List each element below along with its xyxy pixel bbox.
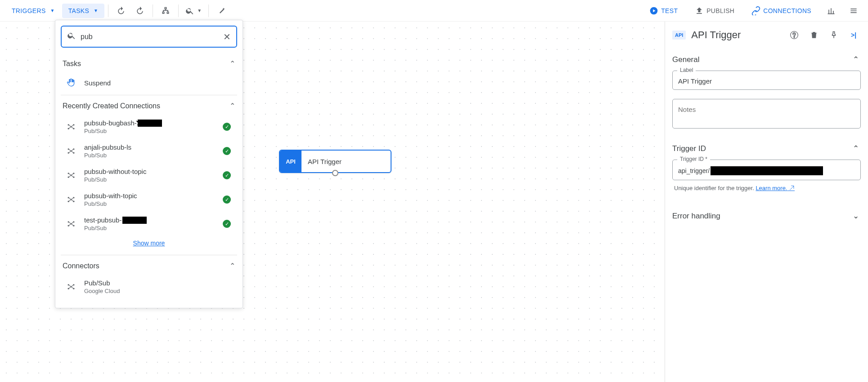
connection-item[interactable]: pubsub-without-topic Pub/Sub ✓ bbox=[55, 163, 243, 187]
trash-icon bbox=[810, 31, 819, 40]
publish-button[interactable]: PUBLISH bbox=[688, 3, 741, 19]
svg-point-21 bbox=[68, 221, 69, 222]
pubsub-icon bbox=[65, 218, 77, 230]
tasks-section-title: Tasks bbox=[63, 60, 81, 68]
svg-point-8 bbox=[68, 152, 69, 154]
undo-button[interactable] bbox=[112, 2, 130, 20]
help-button[interactable] bbox=[787, 28, 801, 42]
node-label: API Trigger bbox=[301, 158, 342, 165]
divider bbox=[61, 95, 237, 95]
caret-down-icon: ▼ bbox=[50, 8, 55, 13]
undo-icon bbox=[117, 6, 126, 15]
connection-sub: Pub/Sub bbox=[84, 176, 216, 183]
connection-item[interactable]: test-pubsub- Pub/Sub ✓ bbox=[55, 212, 243, 236]
delete-button[interactable] bbox=[807, 28, 821, 42]
pubsub-icon bbox=[65, 281, 77, 293]
svg-point-11 bbox=[68, 173, 69, 174]
connections-label: CONNECTIONS bbox=[763, 7, 811, 14]
chevron-up-icon: ⌃ bbox=[229, 262, 235, 270]
notes-input[interactable] bbox=[678, 106, 855, 121]
trigger-id-field[interactable]: Trigger ID * api_trigger/ bbox=[672, 160, 861, 180]
svg-point-29 bbox=[73, 288, 74, 289]
clear-search-button[interactable]: ✕ bbox=[223, 31, 231, 42]
connection-item[interactable]: pubsub-with-topic Pub/Sub ✓ bbox=[55, 187, 243, 212]
triggers-dropdown[interactable]: TRIGGERS ▼ bbox=[5, 4, 61, 18]
svg-point-24 bbox=[73, 225, 74, 227]
connector-sub: Google Cloud bbox=[84, 288, 235, 294]
svg-point-17 bbox=[73, 197, 74, 198]
pubsub-icon bbox=[65, 121, 77, 133]
connection-sub: Pub/Sub bbox=[84, 128, 216, 134]
api-trigger-node[interactable]: API API Trigger bbox=[279, 150, 391, 173]
menu-button[interactable] bbox=[845, 2, 863, 20]
external-link-icon: 🡥 bbox=[789, 185, 795, 191]
test-button[interactable]: TEST bbox=[643, 3, 684, 19]
node-badge: API bbox=[280, 151, 301, 172]
status-ok-icon: ✓ bbox=[223, 123, 231, 131]
recent-connections-title: Recently Created Connections bbox=[63, 102, 160, 110]
divider bbox=[61, 255, 237, 255]
connection-sub: Pub/Sub bbox=[84, 225, 216, 231]
triggers-label: TRIGGERS bbox=[12, 7, 46, 14]
collapse-button[interactable]: >| bbox=[846, 28, 861, 42]
connection-item[interactable]: pubsub-bugbash- Pub/Sub ✓ bbox=[55, 115, 243, 139]
zoom-icon bbox=[185, 6, 194, 15]
pubsub-icon bbox=[65, 194, 77, 205]
chart-button[interactable] bbox=[822, 2, 840, 20]
svg-point-19 bbox=[73, 201, 74, 202]
redo-button[interactable] bbox=[131, 2, 149, 20]
connection-name: pubsub-bugbash- bbox=[84, 119, 137, 127]
pin-button[interactable] bbox=[827, 28, 841, 42]
upload-icon bbox=[695, 6, 704, 15]
notes-field[interactable] bbox=[672, 99, 861, 129]
connection-item[interactable]: anjali-pubsub-ls Pub/Sub ✓ bbox=[55, 139, 243, 163]
svg-point-5 bbox=[70, 150, 72, 151]
svg-point-16 bbox=[68, 197, 69, 198]
layout-button[interactable] bbox=[157, 2, 175, 20]
tasks-section-header[interactable]: Tasks ⌃ bbox=[55, 55, 243, 72]
zoom-dropdown[interactable]: ▼ bbox=[182, 2, 205, 20]
play-circle-icon bbox=[649, 6, 658, 15]
error-handling-section-header[interactable]: Error handling ⌄ bbox=[672, 205, 861, 227]
show-more-link[interactable]: Show more bbox=[133, 240, 165, 247]
magic-button[interactable] bbox=[212, 2, 230, 20]
search-field[interactable]: ✕ bbox=[61, 26, 237, 48]
sidebar-title: API Trigger bbox=[691, 29, 782, 41]
learn-more-link[interactable]: Learn more. 🡥 bbox=[756, 185, 795, 191]
label-input[interactable] bbox=[678, 77, 855, 85]
connectors-section-header[interactable]: Connectors ⌃ bbox=[55, 257, 243, 275]
connections-button[interactable]: CONNECTIONS bbox=[745, 3, 818, 19]
separator bbox=[108, 4, 108, 17]
pin-icon bbox=[829, 31, 838, 40]
node-output-port[interactable] bbox=[332, 170, 338, 176]
connection-sub: Pub/Sub bbox=[84, 200, 216, 207]
svg-point-15 bbox=[70, 199, 72, 200]
svg-point-6 bbox=[68, 148, 69, 150]
chevron-up-icon: ⌃ bbox=[229, 59, 235, 68]
search-input[interactable] bbox=[81, 33, 219, 41]
tasks-dropdown[interactable]: TASKS ▼ bbox=[62, 4, 105, 18]
general-section-header[interactable]: General ⌃ bbox=[672, 49, 861, 71]
svg-point-22 bbox=[73, 221, 74, 222]
svg-point-27 bbox=[73, 284, 74, 285]
caret-down-icon: ▼ bbox=[94, 8, 98, 13]
separator bbox=[153, 4, 153, 17]
connection-name: test-pubsub- bbox=[84, 216, 121, 224]
label-field-label: Label bbox=[677, 67, 696, 73]
sidebar-badge: API bbox=[672, 31, 686, 40]
task-item-suspend[interactable]: Suspend bbox=[55, 72, 243, 93]
chevron-down-icon: ⌄ bbox=[853, 211, 859, 221]
label-field[interactable]: Label bbox=[672, 71, 861, 90]
chart-icon bbox=[827, 6, 836, 15]
svg-point-0 bbox=[70, 126, 72, 127]
recent-connections-header[interactable]: Recently Created Connections ⌃ bbox=[55, 97, 243, 115]
tasks-label: TASKS bbox=[68, 7, 89, 14]
svg-point-23 bbox=[68, 225, 69, 227]
redacted bbox=[711, 166, 823, 175]
test-label: TEST bbox=[661, 7, 678, 14]
redacted bbox=[122, 217, 147, 224]
connection-name: anjali-pubsub-ls bbox=[84, 143, 216, 151]
connector-item[interactable]: Pub/Sub Google Cloud bbox=[55, 275, 243, 299]
collapse-right-icon: >| bbox=[851, 31, 856, 39]
pubsub-icon bbox=[65, 169, 77, 181]
